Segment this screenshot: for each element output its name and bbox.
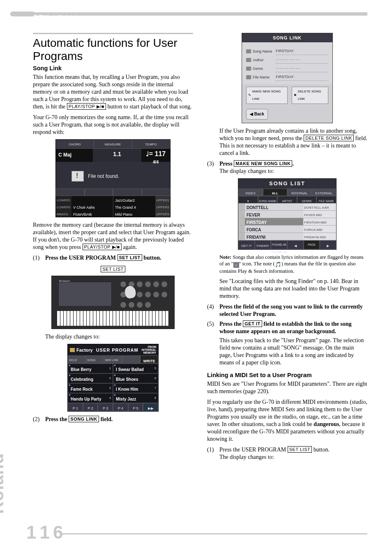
list-item: 1Blue Berry bbox=[68, 364, 113, 373]
file-icon bbox=[238, 211, 245, 218]
midi-link-heading: Linking a MIDI Set to a User Program bbox=[207, 371, 367, 379]
make-new-songlink-button: ✎MAKE NEW SONG LINK bbox=[246, 87, 288, 104]
paragraph: If the User Program already contains a l… bbox=[219, 127, 367, 157]
delete-icon: ✖ bbox=[294, 92, 297, 99]
setlist-button-label: SET LIST bbox=[288, 446, 312, 453]
paragraph: MIDI Sets are "User Programs for MIDI pa… bbox=[207, 380, 367, 395]
measure-display: 1.1 bbox=[93, 149, 141, 162]
found-count: FOUND 48 GLOBAL 48 bbox=[271, 240, 287, 249]
text: The display changes to: bbox=[219, 168, 274, 174]
pager-button: P 3 bbox=[98, 403, 113, 411]
breadcrumb: Working with User Programs bbox=[34, 19, 96, 25]
list-item: 5I Swear Ballad bbox=[113, 364, 158, 373]
paragraph: The display changes to: bbox=[45, 333, 193, 341]
field-value: - - - - - - - - - - - bbox=[276, 56, 328, 64]
screen-title: USER PROGRAM bbox=[93, 346, 142, 354]
part-label: LOWER1 bbox=[56, 196, 71, 203]
field-icon bbox=[246, 49, 251, 53]
step-5: (5) Press the GET IT field to establish … bbox=[207, 320, 367, 370]
col-header: FILE NAME bbox=[316, 196, 336, 203]
part-label: UPPER3 bbox=[155, 210, 170, 217]
part-value: FluteVibAtk bbox=[71, 210, 113, 217]
pager-next-icon: ▶▶ bbox=[143, 403, 158, 411]
screen-title: SONG LINK bbox=[242, 33, 332, 42]
play-stop-button-label: PLAY/STOP ▶/■ bbox=[67, 103, 106, 110]
step-number: (1) bbox=[33, 254, 43, 262]
toolbar-item: MIDI LINK bbox=[104, 355, 122, 364]
step-number: (3) bbox=[207, 160, 217, 175]
part-value: The Grand X bbox=[113, 203, 155, 210]
list-item: 6Blue Shoes bbox=[113, 373, 158, 383]
field-value: FIRSTDAY bbox=[276, 73, 328, 81]
error-message: File not found. bbox=[88, 173, 119, 180]
delete-songlink-button: ✖DELETE SONG LINK bbox=[292, 87, 328, 104]
setlist-button-label: SET LIST bbox=[118, 254, 142, 261]
text: The display changes to: bbox=[219, 454, 274, 460]
page-number: 116 bbox=[26, 522, 66, 543]
finder-button: FINDER bbox=[255, 240, 271, 249]
warning-icon bbox=[71, 171, 84, 182]
list-item: 2Celebrating bbox=[68, 373, 113, 383]
page-header: G-70 Music Workstation Working with User… bbox=[34, 14, 96, 25]
folder-icon bbox=[70, 348, 75, 352]
figure-song-link: SONG LINK Song NameFIRSTDAY Author- - - … bbox=[242, 33, 333, 123]
bar-item: EXTERNAL MEMORY bbox=[312, 189, 337, 196]
part-label: MBASS bbox=[56, 210, 71, 217]
table-row: FRIDAYNIFRIDAYNI.MID bbox=[238, 233, 336, 240]
text: Press the bbox=[45, 416, 69, 422]
sort-icon: ▼ bbox=[238, 196, 258, 203]
back-button: ◀ Back bbox=[246, 109, 268, 120]
lyrics-icon: ♪ bbox=[233, 262, 239, 268]
section-heading: Automatic functions for User Programs bbox=[33, 37, 193, 63]
field-icon bbox=[246, 58, 251, 62]
content-columns: Automatic functions for User Programs So… bbox=[33, 33, 367, 506]
list-item: 4Hands Up Party bbox=[68, 393, 113, 403]
table-row: DONTTELLDONTTELL.KAR bbox=[238, 203, 336, 211]
note-icon: 🎵 bbox=[275, 261, 281, 268]
bold-text: dangerous bbox=[314, 421, 339, 427]
figure-file-not-found: CHORD MEASURE TEMPO C Maj 1.1 ♩= 117 4/4… bbox=[55, 139, 171, 217]
delete-songlink-label: DELETE SONG LINK bbox=[304, 135, 354, 141]
part-label: LOWER2 bbox=[56, 203, 71, 210]
text: Press the USER PROGRAM bbox=[219, 447, 288, 453]
pager-button: P 1 bbox=[68, 403, 83, 411]
prev-icon: ◀ bbox=[287, 240, 304, 249]
text: field. bbox=[99, 416, 113, 422]
field-label: Author bbox=[253, 56, 276, 64]
tab-label: CHORD bbox=[56, 140, 94, 148]
brand-watermark: Roland bbox=[0, 453, 7, 514]
toolbar-item: SONG LINK bbox=[86, 355, 104, 364]
memory-label: FROMINTERNALMEMORY bbox=[142, 345, 156, 354]
screen-title: SONG LIST bbox=[238, 179, 336, 189]
part-value: V Choir Aahs bbox=[71, 203, 113, 210]
pager-button: P 4 bbox=[113, 403, 128, 411]
pager-button: P 5 bbox=[128, 403, 143, 411]
tab-label: MEASURE bbox=[94, 140, 132, 148]
hw-screen bbox=[58, 282, 112, 306]
footer-rule bbox=[62, 533, 367, 534]
part-value: JazzGuitar2 bbox=[113, 196, 155, 203]
page-indicator: PAGE 3 bbox=[304, 240, 320, 249]
col-header: SONG NAME bbox=[258, 196, 278, 203]
getit-label: GET IT bbox=[243, 320, 262, 327]
field-label: File Name bbox=[253, 74, 276, 81]
list-item: 3Fame Rock bbox=[68, 383, 113, 393]
list-item: 7I Know Him bbox=[113, 383, 158, 393]
paragraph: Your G-70 only memorizes the song name. … bbox=[33, 114, 193, 136]
step-1-midi: (1) Press the USER PROGRAM SET LIST butt… bbox=[207, 446, 367, 461]
note-label: Note: bbox=[219, 254, 231, 260]
table-row: FEVERFEVER.MID bbox=[238, 211, 336, 218]
text: Press the field of the song you want to … bbox=[219, 304, 363, 317]
field-label: Genre bbox=[253, 65, 276, 72]
text: button. bbox=[142, 255, 161, 261]
section-rule bbox=[33, 33, 193, 34]
step-4: (4) Press the field of the song you want… bbox=[207, 303, 367, 318]
text: Press bbox=[219, 161, 234, 167]
part-label: UPPER1 bbox=[155, 196, 170, 203]
note-paragraph: Note: Songs that also contain lyrics inf… bbox=[219, 254, 367, 274]
step-number: (2) bbox=[33, 416, 43, 423]
table-row: FORCAFORCA.MID bbox=[238, 226, 336, 233]
step-number: (5) bbox=[207, 320, 217, 370]
file-icon bbox=[238, 233, 245, 240]
tab-label: TEMPO bbox=[132, 140, 170, 148]
